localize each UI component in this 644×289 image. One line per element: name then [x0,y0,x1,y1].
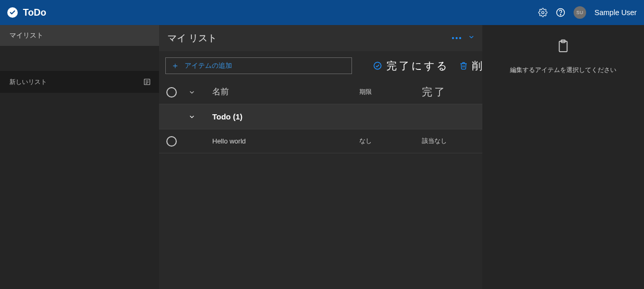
row-select-circle[interactable] [166,136,177,147]
check-circle-icon [373,61,382,70]
svg-point-0 [542,11,544,14]
group-label: Todo (1) [212,112,359,121]
page-title: マイ リスト [167,32,217,44]
add-item-label: アイテムの追加 [185,61,232,70]
chevron-down-icon[interactable] [188,113,196,121]
main-header: マイ リスト ••• [159,25,482,51]
plus-icon: ＋ [171,62,179,70]
detail-hint: 編集するアイテムを選択してください [510,66,616,75]
gear-icon[interactable] [538,8,548,17]
cell-name: Hello world [212,137,359,145]
complete-label: 完了にする [386,59,449,73]
group-row[interactable]: Todo (1) [159,104,482,129]
sidebar-item-label: マイリスト [9,31,43,40]
select-all-circle[interactable] [166,87,177,98]
trash-icon [459,62,468,70]
new-list-label: 新しいリスト [9,78,47,87]
list-icon [141,76,153,88]
svg-point-7 [374,62,381,69]
column-due[interactable]: 期限 [359,88,422,97]
column-done[interactable]: 完了 [422,85,479,99]
action-row: ＋ アイテムの追加 完了にする 削除 [159,51,482,80]
sidebar-item-mylist[interactable]: マイリスト [0,25,159,46]
chevron-down-icon[interactable] [188,89,196,96]
body-grid: マイリスト 新しいリスト マイ リスト ••• ＋ アイテムの追加 [0,25,644,289]
complete-button[interactable]: 完了にする [373,59,449,73]
topbar-left: ToDo [7,7,46,18]
topbar-right: SU Sample User [538,6,637,19]
cell-due: なし [359,137,422,146]
chevron-down-icon[interactable] [468,33,475,43]
new-list-button[interactable]: 新しいリスト [0,71,159,93]
main-panel: マイ リスト ••• ＋ アイテムの追加 完了にする [159,25,482,289]
clipboard-icon [555,39,571,56]
sidebar: マイリスト 新しいリスト [0,25,159,289]
sidebar-spacer [0,46,159,71]
app-logo-icon [7,7,18,18]
add-item-button[interactable]: ＋ アイテムの追加 [165,57,352,74]
detail-panel: 編集するアイテムを選択してください [482,25,644,289]
topbar: ToDo SU Sample User [0,0,644,25]
cell-done: 該当なし [422,137,479,146]
column-name[interactable]: 名前 [212,87,359,98]
header-actions: ••• [452,33,475,43]
help-icon[interactable] [556,8,565,17]
avatar[interactable]: SU [574,6,586,19]
app-title: ToDo [23,7,46,18]
user-name[interactable]: Sample User [594,8,637,17]
more-icon[interactable]: ••• [452,34,463,42]
table-header: 名前 期限 完了 [159,80,482,104]
table-row[interactable]: Hello world なし 該当なし [159,129,482,153]
svg-point-2 [560,15,561,15]
